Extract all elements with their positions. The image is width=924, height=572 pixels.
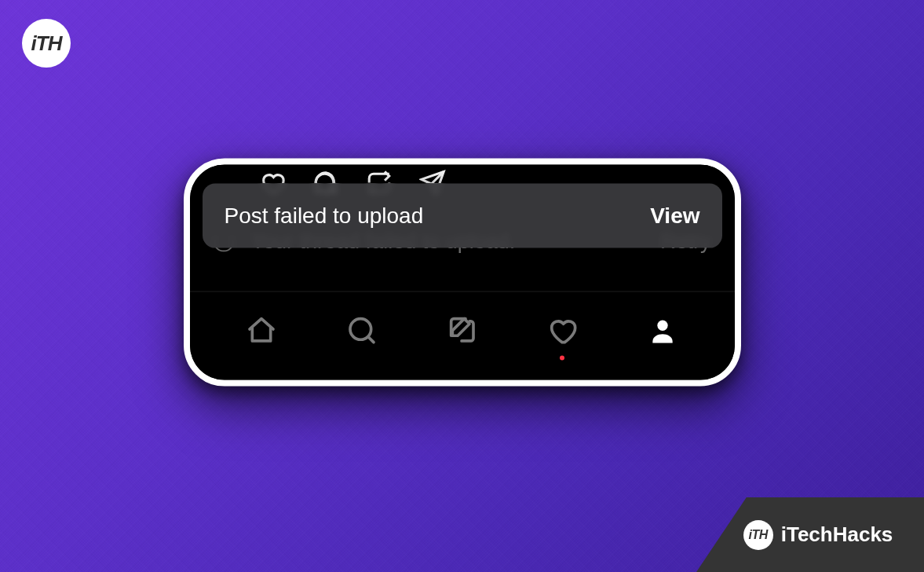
svg-line-1	[368, 337, 374, 343]
toast-view-button[interactable]: View	[650, 204, 699, 229]
phone-screen: Your thread failed to upload. Retry Post…	[190, 165, 735, 380]
site-logo: iTH	[22, 19, 71, 68]
nav-home[interactable]	[239, 310, 283, 354]
brand-logo-text: iTH	[749, 528, 768, 542]
svg-point-2	[657, 321, 667, 331]
nav-activity[interactable]	[540, 310, 584, 354]
nav-search[interactable]	[340, 310, 384, 354]
toast-message: Post failed to upload	[225, 204, 651, 229]
error-toast: Post failed to upload View	[203, 184, 722, 248]
site-logo-text: iTH	[31, 31, 62, 56]
nav-compose[interactable]	[440, 310, 484, 354]
compose-icon	[446, 315, 477, 350]
brand-logo-icon: iTH	[743, 520, 773, 550]
notification-dot-icon	[560, 356, 564, 361]
nav-profile[interactable]	[641, 310, 685, 354]
brand-name: iTechHacks	[781, 522, 893, 547]
search-icon	[346, 315, 378, 350]
bottom-nav	[190, 292, 735, 380]
phone-mockup: Your thread failed to upload. Retry Post…	[184, 159, 741, 387]
profile-icon	[648, 316, 677, 349]
home-icon	[246, 315, 277, 350]
content-area: Your thread failed to upload. Retry Post…	[190, 165, 735, 292]
heart-icon	[546, 315, 578, 350]
brand-banner: iTH iTechHacks	[696, 497, 924, 572]
